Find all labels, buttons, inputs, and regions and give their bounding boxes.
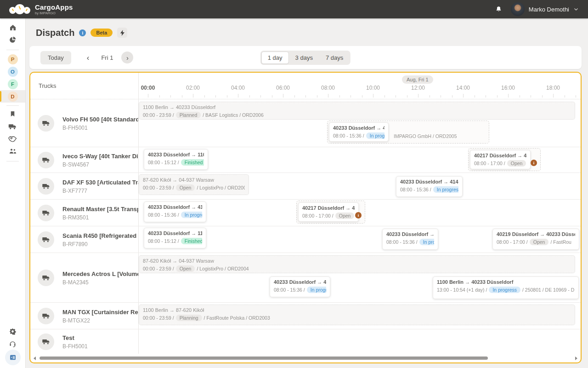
truck-cell[interactable]: MAN TGX [Curtainsider Regional]B-MTGX22 xyxy=(30,303,139,329)
order-card[interactable]: 1100 Berlin → 40233 Düsseldorf00:00 - 23… xyxy=(139,102,575,120)
scroll-left-arrow[interactable] xyxy=(34,356,36,360)
truck-plate: B-FH5001 xyxy=(62,343,88,350)
truck-plate: B-MTGX22 xyxy=(62,317,138,324)
sidebar-item-pie-chart[interactable] xyxy=(0,34,25,47)
truck-cell[interactable]: Scania R450 [Refrigerated DistribB-RF789… xyxy=(30,226,139,253)
view-7-days[interactable]: 7 days xyxy=(319,52,350,64)
tour-card[interactable]: 40217 Düsseldorf → 4022708:00 - 17:00 /O… xyxy=(468,148,541,171)
order-card[interactable]: 40233 Düsseldorf → 4146008:00 - 15:36 /I… xyxy=(396,176,463,197)
hour-label: 14:00 xyxy=(456,85,470,91)
sidebar-app-p[interactable]: P xyxy=(0,53,25,65)
order-card[interactable]: 40217 Düsseldorf → 4022708:00 - 17:00 /O… xyxy=(470,150,531,169)
truck-cell[interactable]: Iveco S-Way [40t Tanker DistributB-SW456… xyxy=(30,147,139,172)
time-range: 08:00 - 15:12 / xyxy=(148,160,179,165)
order-card[interactable]: 40233 Düsseldorf → 4146008:00 - 15:36 /I… xyxy=(270,276,330,297)
truck-cell[interactable]: Mercedes Actros L [Volume Haul]B-MA2345 xyxy=(30,253,139,302)
user-menu[interactable]: Marko Demothi xyxy=(511,2,579,16)
sidebar-item-handshake[interactable] xyxy=(0,133,25,146)
schedule-label: 08:00 - 15:36 /In progress xyxy=(148,212,202,218)
warning-info-icon[interactable]: i xyxy=(355,212,362,218)
truck-row: Renault Master [3.5t TransporterB-RM3501… xyxy=(30,199,581,226)
chevron-down-icon xyxy=(573,6,579,12)
truck-cell[interactable]: Renault Master [3.5t TransporterB-RM3501 xyxy=(30,200,139,226)
schedule-label: 00:00 - 23:59 /Planning/ FastRoute Polsk… xyxy=(143,315,571,321)
notifications-button[interactable] xyxy=(495,6,503,13)
truck-cell[interactable]: DAF XF 530 [Articulated Train LHVB-XF777… xyxy=(30,173,139,199)
board-rows: Volvo FH 500 [40t Standard LongB-FH50011… xyxy=(30,99,581,354)
day-badge: Aug, Fri 1 xyxy=(402,75,433,84)
app-letter-badge: F xyxy=(8,79,18,89)
pie-chart-icon xyxy=(9,36,17,46)
scrollbar-thumb[interactable] xyxy=(40,356,488,360)
order-card[interactable]: 40233 Düsseldorf → 4146008:00 - 15:36 /I… xyxy=(144,201,206,222)
truck-row: TestB-FH5001 xyxy=(30,329,581,354)
quick-actions-button[interactable] xyxy=(117,28,127,38)
truck-name: MAN TGX [Curtainsider Regional] xyxy=(62,309,138,316)
cargoapps-logo-icon[interactable] xyxy=(9,3,30,16)
next-day-button[interactable]: › xyxy=(121,52,133,63)
home-icon xyxy=(9,23,17,34)
view-switcher: 1 day3 days7 days xyxy=(260,51,351,65)
order-card[interactable]: 40233 Düsseldorf → 110008:00 - 15:12 /Fi… xyxy=(144,149,208,170)
order-card[interactable]: 1100 Berlin → 87-620 Kikół00:00 - 23:59 … xyxy=(139,305,575,325)
hour-label: 18:00 xyxy=(546,85,560,91)
lightning-icon xyxy=(120,30,125,36)
sidebar-item-team[interactable] xyxy=(0,146,25,158)
app-letter-badge: D xyxy=(8,92,18,102)
sidebar-item-bookmark[interactable] xyxy=(0,109,25,121)
truck-plate: B-RF7890 xyxy=(62,241,138,247)
truck-cell[interactable]: TestB-FH5001 xyxy=(30,329,139,354)
status-badge: In progress xyxy=(181,212,202,218)
route-label: 40217 Düsseldorf → 40227 xyxy=(302,205,355,211)
order-card[interactable]: 40233 Düsseldorf → 4146008:00 - 15:36 /I… xyxy=(382,229,438,250)
warning-info-icon[interactable]: i xyxy=(531,160,537,166)
tour-card[interactable]: 40233 Düsseldorf → 4146008:00 - 15:36 /I… xyxy=(327,121,489,144)
sidebar-app-o[interactable]: O xyxy=(0,65,25,78)
view-3-days[interactable]: 3 days xyxy=(289,52,319,64)
sidebar-item-home[interactable] xyxy=(0,22,25,34)
order-card[interactable]: 40233 Düsseldorf → 4146008:00 - 15:36 /I… xyxy=(329,122,389,142)
prev-day-button[interactable]: ‹ xyxy=(87,54,90,62)
scroll-right-arrow[interactable] xyxy=(575,356,577,360)
truck-icon xyxy=(8,123,17,132)
truck-icon xyxy=(38,152,54,168)
truck-cell[interactable]: Volvo FH 500 [40t Standard LongB-FH5001 xyxy=(30,99,139,147)
sidebar-app-d[interactable]: D xyxy=(0,90,25,103)
time-range: 00:00 - 23:59 / xyxy=(143,266,174,271)
status-badge: In progress xyxy=(419,239,434,245)
news-icon xyxy=(5,350,21,365)
sidebar-app-f[interactable]: F xyxy=(0,78,25,90)
order-card[interactable]: 40219 Düsseldorf → 40233 Düsse08:00 - 17… xyxy=(492,229,579,250)
bookmark-icon xyxy=(9,110,16,120)
schedule-label: 00:00 - 23:59 /Open/ LogistixPro / ORD20… xyxy=(143,265,571,272)
order-card[interactable]: 40217 Düsseldorf → 4022708:00 - 17:00 /O… xyxy=(298,202,359,222)
status-badge: Open xyxy=(176,184,195,191)
row-timeline: 40233 Düsseldorf → 4146008:00 - 15:36 /I… xyxy=(139,200,581,226)
sidebar-item-truck[interactable] xyxy=(0,121,25,133)
hour-label: 12:00 xyxy=(411,85,425,91)
truck-name: Scania R450 [Refrigerated Distrib xyxy=(62,232,138,239)
order-card[interactable]: 87-620 Kikół → 04-937 Warsaw00:00 - 23:5… xyxy=(139,174,249,195)
sidebar-item-settings[interactable] xyxy=(0,326,25,339)
tour-card[interactable]: 40217 Düsseldorf → 4022708:00 - 17:00 /O… xyxy=(296,201,365,224)
route-label: 1100 Berlin → 87-620 Kikół xyxy=(143,307,571,313)
date-toolbar: Today ‹ Fri 1 › 1 day3 days7 days xyxy=(29,46,582,69)
hour-label: 16:00 xyxy=(501,85,515,91)
row-timeline: 1100 Berlin → 87-620 Kikół00:00 - 23:59 … xyxy=(139,303,581,329)
truck-icon xyxy=(38,308,54,324)
main-content: Dispatch i Beta Today ‹ Fri 1 › 1 day3 d… xyxy=(26,18,588,368)
row-timeline: 87-620 Kikół → 04-937 Warsaw00:00 - 23:5… xyxy=(139,173,581,199)
today-button[interactable]: Today xyxy=(40,51,71,64)
order-card[interactable]: 1100 Berlin → 40233 Düsseldorf13:00 - 10… xyxy=(433,276,579,299)
schedule-label: 08:00 - 15:36 /In progress xyxy=(333,132,384,139)
sidebar-item-support[interactable] xyxy=(0,339,25,351)
info-icon[interactable]: i xyxy=(79,29,86,36)
view-1-day[interactable]: 1 day xyxy=(261,52,289,64)
truck-row: Iveco S-Way [40t Tanker DistributB-SW456… xyxy=(30,147,581,172)
sidebar-item-news[interactable] xyxy=(0,351,25,363)
order-card[interactable]: 40233 Düsseldorf → 110008:00 - 15:12 /Fi… xyxy=(144,228,206,248)
route-label: 87-620 Kikół → 04-937 Warsaw xyxy=(143,258,571,264)
order-card[interactable]: 87-620 Kikół → 04-937 Warsaw00:00 - 23:5… xyxy=(139,255,575,273)
truck-name: Iveco S-Way [40t Tanker Distribut xyxy=(62,153,138,160)
route-label: 40233 Düsseldorf → 1100 xyxy=(148,152,204,157)
